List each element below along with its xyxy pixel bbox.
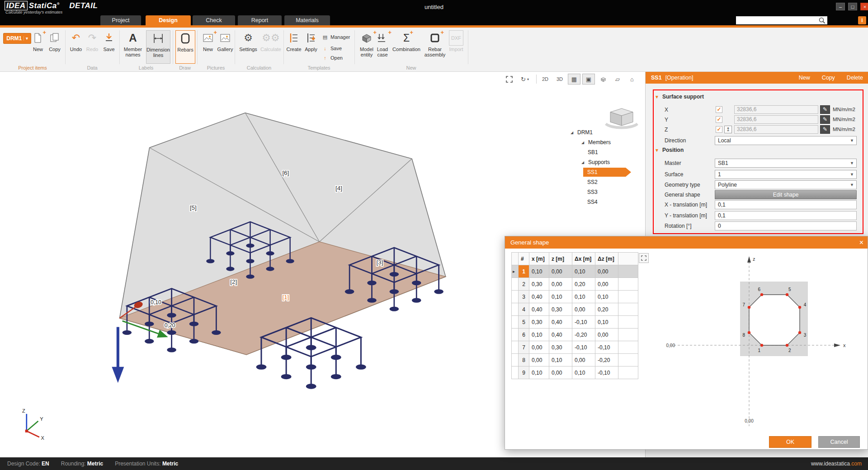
shape-point-row[interactable]: 50,300,40-0,100,10 — [512, 316, 638, 329]
point-dx-cell[interactable]: -0,10 — [572, 316, 595, 329]
point-z-cell[interactable]: 0,10 — [549, 291, 572, 303]
search-icon[interactable] — [818, 17, 826, 24]
new-project-button[interactable]: + New — [30, 30, 46, 64]
y-stiffness-field[interactable]: 32836,6 — [734, 115, 818, 124]
template-save-button[interactable]: ↓Save — [322, 44, 342, 52]
point-dx-cell[interactable]: -0,10 — [572, 341, 595, 354]
point-x-cell[interactable]: 0,00 — [529, 341, 549, 354]
row-selector-cell[interactable]: ▸ — [512, 265, 519, 278]
x-checkbox[interactable]: ✓ — [716, 106, 722, 113]
point-dx-cell[interactable]: 0,10 — [572, 265, 595, 278]
close-button[interactable]: × — [860, 3, 868, 10]
row-number-cell[interactable]: 7 — [519, 341, 529, 354]
tab-materials[interactable]: Materials — [284, 15, 330, 25]
workplane-button[interactable]: ▣ — [582, 74, 595, 85]
geometry-type-select[interactable]: Polyline▼ — [715, 180, 857, 189]
point-dz-cell[interactable]: -0,10 — [595, 367, 618, 379]
plane-view-button[interactable]: ▱ — [611, 74, 624, 85]
y-checkbox[interactable]: ✓ — [716, 116, 722, 123]
combination-button[interactable]: Σ+ Combination — [392, 30, 420, 64]
gallery-button[interactable]: Gallery — [216, 30, 234, 64]
shape-point-row[interactable]: 80,000,100,00-0,20 — [512, 354, 638, 367]
dialog-close-icon[interactable]: × — [859, 236, 863, 249]
row-number-cell[interactable]: 8 — [519, 354, 529, 367]
expander-icon[interactable]: ◢ — [581, 141, 586, 145]
surface-select[interactable]: 1▼ — [715, 170, 857, 179]
point-dz-cell[interactable]: 0,00 — [595, 265, 618, 278]
row-selector-cell[interactable] — [512, 354, 519, 367]
new-support-button[interactable]: New — [799, 75, 810, 81]
info-button[interactable]: i — [858, 16, 866, 24]
y-translation-field[interactable]: 0,1 — [715, 211, 857, 220]
point-x-cell[interactable]: 0,10 — [529, 265, 549, 278]
vertex-dot[interactable] — [748, 306, 750, 309]
point-dx-cell[interactable]: 0,00 — [572, 354, 595, 367]
dialog-header[interactable]: General shape — [505, 236, 868, 249]
point-z-cell[interactable]: 0,00 — [549, 367, 572, 379]
new-picture-button[interactable]: + New — [200, 30, 216, 64]
position-section[interactable]: ▼Position — [655, 146, 684, 154]
point-z-cell[interactable]: 0,00 — [549, 265, 572, 278]
fit-view-button[interactable] — [503, 74, 515, 85]
orbit-button[interactable]: ↻▾ — [516, 74, 533, 85]
tree-item-ss4[interactable]: SS4 — [571, 197, 647, 207]
point-dz-cell[interactable]: 0,00 — [595, 329, 618, 341]
point-z-cell[interactable]: 0,30 — [549, 303, 572, 316]
minimize-button[interactable]: – — [836, 3, 845, 10]
point-z-cell[interactable]: 0,40 — [549, 329, 572, 341]
vertex-dot[interactable] — [798, 331, 801, 334]
z-checkbox[interactable]: ✓ — [716, 126, 722, 133]
member-names-button[interactable]: A Member names — [121, 30, 145, 64]
shape-point-row[interactable]: 40,400,300,000,20 — [512, 303, 638, 316]
row-selector-cell[interactable] — [512, 291, 519, 303]
x-stiffness-field[interactable]: 32836,6 — [734, 105, 818, 114]
point-dx-cell[interactable]: 0,10 — [572, 291, 595, 303]
point-dx-cell[interactable]: 0,00 — [572, 303, 595, 316]
tree-item-ss1-selected[interactable]: SS1 — [571, 167, 647, 177]
row-selector-cell[interactable] — [512, 341, 519, 354]
master-select[interactable]: SB1▼ — [715, 159, 857, 168]
maximize-button[interactable]: □ — [848, 3, 857, 10]
vertex-dot[interactable] — [786, 344, 788, 347]
surface-support-section[interactable]: ▼Surface support — [655, 93, 704, 100]
shape-point-row[interactable]: 70,000,30-0,10-0,10 — [512, 341, 638, 354]
y-edit-pencil-icon[interactable]: ✎ — [820, 115, 830, 124]
row-number-cell[interactable]: 5 — [519, 316, 529, 329]
direction-select[interactable]: Local▼ — [715, 136, 857, 145]
point-z-cell[interactable]: 0,00 — [549, 278, 572, 291]
rebars-button[interactable]: Rebars — [175, 30, 195, 64]
vertex-dot[interactable] — [798, 306, 801, 309]
template-create-button[interactable]: Create — [285, 30, 302, 64]
point-dz-cell[interactable]: 0,10 — [595, 291, 618, 303]
point-z-cell[interactable]: 0,10 — [549, 354, 572, 367]
view-3d-button[interactable]: 3D — [553, 74, 566, 85]
copy-support-button[interactable]: Copy — [822, 75, 835, 81]
rebar-assembly-button[interactable]: + Rebar assembly — [422, 30, 448, 64]
copy-project-button[interactable]: Copy — [47, 30, 63, 64]
solid-view-button[interactable] — [597, 74, 609, 85]
tab-check[interactable]: Check — [193, 15, 235, 25]
row-selector-cell[interactable] — [512, 303, 519, 316]
shape-point-row[interactable]: 20,300,000,200,00 — [512, 278, 638, 291]
ok-button[interactable]: OK — [769, 436, 811, 448]
point-x-cell[interactable]: 0,10 — [529, 367, 549, 379]
tab-report[interactable]: Report — [238, 15, 282, 25]
x-edit-pencil-icon[interactable]: ✎ — [820, 105, 830, 114]
tree-item-ss2[interactable]: SS2 — [571, 177, 647, 187]
point-dz-cell[interactable]: -0,10 — [595, 341, 618, 354]
vertex-dot[interactable] — [760, 293, 763, 296]
vertex-dot[interactable] — [748, 331, 750, 334]
rotation-field[interactable]: 0 — [715, 221, 857, 230]
point-dz-cell[interactable]: -0,20 — [595, 354, 618, 367]
undo-button[interactable]: ↶ Undo — [68, 30, 84, 64]
collapse-triangle-icon[interactable]: ▼ — [655, 148, 659, 153]
point-dx-cell[interactable]: 0,10 — [572, 367, 595, 379]
row-number-cell[interactable]: 2 — [519, 278, 529, 291]
save-button[interactable]: Save — [101, 30, 117, 64]
cancel-button[interactable]: Cancel — [818, 436, 860, 448]
collapse-triangle-icon[interactable]: ▼ — [655, 94, 659, 99]
vertex-dot[interactable] — [786, 293, 788, 296]
dimension-lines-button[interactable]: Dimension lines — [146, 30, 170, 64]
expander-icon[interactable]: ◢ — [571, 131, 575, 135]
row-selector-cell[interactable] — [512, 329, 519, 341]
